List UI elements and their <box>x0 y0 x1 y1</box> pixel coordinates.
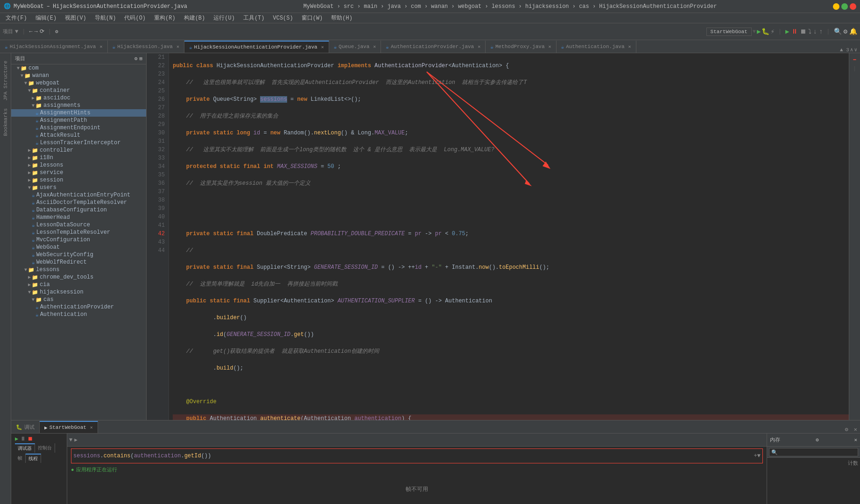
menu-navigate[interactable]: 导航(N) <box>91 13 120 23</box>
tree-item-i18n[interactable]: ▶ 📁 i18n <box>11 154 146 161</box>
menu-tools[interactable]: 工具(T) <box>240 13 268 23</box>
menu-view[interactable]: 视图(V) <box>61 13 90 23</box>
stop-icon[interactable]: ⏹ <box>28 435 33 442</box>
tree-item-assignmentpath[interactable]: ☕ AssignmentPath <box>11 117 146 124</box>
maximize-button[interactable] <box>841 3 848 10</box>
tab-auth-provider[interactable]: ☕ HijackSessionAuthenticationProvider.ja… <box>184 41 329 53</box>
tab-method-proxy[interactable]: ☕ MethodProxy.java ✕ <box>486 41 556 53</box>
watch-search-input[interactable] <box>769 448 858 456</box>
tab-assignment[interactable]: ☕ HijackSessionAssignment.java ✕ <box>0 41 108 53</box>
step-over-button[interactable]: ⤵ <box>808 28 811 35</box>
tab-frame[interactable]: 帧 <box>15 454 26 463</box>
window-controls[interactable] <box>833 3 856 10</box>
settings-gear[interactable]: ⚙ <box>844 28 847 35</box>
tab-authentication[interactable]: ☕ Authentication.java ✕ <box>557 41 636 53</box>
tree-item-container[interactable]: ▼ 📁 container <box>11 87 146 94</box>
tree-item-hijacksession[interactable]: ▼ 📁 hijacksession <box>11 288 146 296</box>
sidebar-layout[interactable]: ⊞ <box>139 56 142 62</box>
tree-item-lessons[interactable]: ▶ 📁 lessons <box>11 161 146 169</box>
tree-item-authentication[interactable]: ☕ Authentication <box>11 311 146 318</box>
resume-icon[interactable]: ▶ <box>15 435 18 442</box>
bottom-tab-startwebgoat[interactable]: ▶ StartWebGoat ✕ <box>40 421 98 433</box>
coverage-button[interactable]: ⚡ <box>770 28 774 35</box>
tab-close4[interactable]: ✕ <box>373 44 376 49</box>
tab-auth-provider2[interactable]: ☕ AuthenticationProvider.java ✕ <box>381 41 486 53</box>
toolbar-dropdown-icon[interactable]: ▼ <box>15 28 18 35</box>
expression-add[interactable]: + <box>754 453 757 459</box>
filter-icon[interactable]: ▼ <box>69 437 72 443</box>
run-button[interactable]: ▶ <box>757 28 761 35</box>
tab-close[interactable]: ✕ <box>99 44 102 49</box>
code-editor[interactable]: 21 22 23 24 25 26 27 28 29 30 31 32 33 3… <box>147 53 849 420</box>
memory-close[interactable]: ✕ <box>854 437 857 443</box>
tree-item-chromedev[interactable]: ▶ 📁 chrome_dev_tools <box>11 273 146 281</box>
pause-icon[interactable]: ⏸ <box>20 435 26 442</box>
tree-item-authprovider[interactable]: ☕ AuthenticationProvider <box>11 303 146 311</box>
tree-item-controller[interactable]: ▶ 📁 controller <box>11 147 146 154</box>
expression-dropdown[interactable]: ▼ <box>757 453 761 459</box>
tab-close3[interactable]: ✕ <box>321 44 324 50</box>
tree-item-ajax[interactable]: ☕ AjaxAuthenticationEntryPoint <box>11 191 146 199</box>
project-selector[interactable]: 项目 ▼ <box>3 28 18 35</box>
run-config-selector[interactable]: StartWebGoat <box>706 28 752 36</box>
settings-bottom[interactable]: ⚙ <box>842 426 851 433</box>
tab-thread[interactable]: 线程 <box>26 454 41 463</box>
error-marker[interactable]: ━ <box>853 57 856 63</box>
menu-build[interactable]: 构建(B) <box>180 13 209 23</box>
close-bottom-panel[interactable]: ✕ <box>851 426 860 433</box>
tree-item-lessons2[interactable]: ▼ 📁 lessons <box>11 266 146 273</box>
tab-close7[interactable]: ✕ <box>628 44 631 49</box>
editor-area[interactable]: 21 22 23 24 25 26 27 28 29 30 31 32 33 3… <box>147 53 849 420</box>
tree-item-lessontrackerinterceptor[interactable]: ☕ LessonTrackerInterceptor <box>11 139 146 147</box>
tree-item-asciidoctor[interactable]: ☕ AsciiDoctorTemplateResolver <box>11 199 146 206</box>
toolbar-recent-button[interactable]: ⟳ <box>40 28 44 35</box>
menu-file[interactable]: 文件(F) <box>2 13 31 23</box>
notification-icon[interactable]: 🔔 <box>849 28 857 35</box>
tab-debugger[interactable]: 调试器 <box>15 443 35 453</box>
tree-item-webwolf[interactable]: ☕ WebWolfRedirect <box>11 259 146 266</box>
tab-close6[interactable]: ✕ <box>549 44 551 49</box>
tree-item-assignments[interactable]: ▼ 📁 assignments <box>11 102 146 109</box>
tree-item-lessondatasource[interactable]: ☕ LessonDataSource <box>11 221 146 229</box>
menu-refactor[interactable]: 重构(R) <box>150 13 179 23</box>
bottom-tab-debug[interactable]: 🐛 调试 <box>11 421 40 433</box>
close-button[interactable] <box>850 3 856 10</box>
jpa-structure-label[interactable]: JPA Structure <box>3 57 8 105</box>
tree-item-wanan[interactable]: ▼ 📁 wanan <box>11 72 146 79</box>
resume-button[interactable]: ▶ <box>785 28 789 35</box>
tree-item-webgoat[interactable]: ☕ WebGoat <box>11 244 146 251</box>
tree-item-dbconfig[interactable]: ☕ DatabaseConfiguration <box>11 206 146 214</box>
search-everywhere-button[interactable]: 🔍 <box>834 28 842 35</box>
tree-item-websecurity[interactable]: ☕ WebSecurityConfig <box>11 251 146 259</box>
tree-item-hammerhead[interactable]: ☕ HammerHead <box>11 214 146 221</box>
tab-console[interactable]: 控制台 <box>35 443 55 453</box>
error-nav-up[interactable]: ∧ <box>850 47 853 53</box>
step-out-button[interactable]: ↑ <box>819 28 823 35</box>
tab-close5[interactable]: ✕ <box>478 44 480 49</box>
tab-session[interactable]: ☕ HijackSession.java ✕ <box>108 41 184 53</box>
code-content[interactable]: public class HijackSessionAuthentication… <box>169 53 849 420</box>
menu-help[interactable]: 帮助(H) <box>327 13 356 23</box>
tree-item-mvcconfig[interactable]: ☕ MvcConfiguration <box>11 236 146 244</box>
toolbar-settings-button[interactable]: ⚙ <box>55 28 58 35</box>
run-toolbar[interactable]: StartWebGoat ▼ ▶ 🐛 ⚡ <box>706 28 775 36</box>
menu-code[interactable]: 代码(O) <box>120 13 149 23</box>
minimize-button[interactable] <box>833 3 839 10</box>
tree-item-cas[interactable]: ▼ 📁 cas <box>11 296 146 303</box>
memory-settings[interactable]: ⚙ <box>816 437 819 443</box>
menu-vcs[interactable]: VCS(S) <box>269 14 296 22</box>
menu-edit[interactable]: 编辑(E) <box>32 13 61 23</box>
toolbar-forward-button[interactable]: → <box>35 28 38 35</box>
tree-item-cia[interactable]: ▶ 📁 cia <box>11 281 146 288</box>
stop-button[interactable]: ⏹ <box>800 28 806 35</box>
pause-button[interactable]: ⏸ <box>791 28 798 35</box>
toolbar-back-button[interactable]: ← <box>29 28 32 35</box>
tree-item-webgoat[interactable]: ▼ 📁 webgoat <box>11 79 146 87</box>
bookmarks-label[interactable]: Bookmarks <box>3 105 8 140</box>
tree-item-assignmenthints[interactable]: ☕ AssignmentHints <box>11 109 146 117</box>
debug-button[interactable]: 🐛 <box>761 28 769 35</box>
tree-item-session[interactable]: ▶ 📁 session <box>11 176 146 184</box>
tree-item-asciidoc[interactable]: ▶ 📁 asciidoc <box>11 94 146 102</box>
menu-window[interactable]: 窗口(W) <box>298 13 327 23</box>
tree-item-attackresult[interactable]: ☕ AttackResult <box>11 132 146 139</box>
